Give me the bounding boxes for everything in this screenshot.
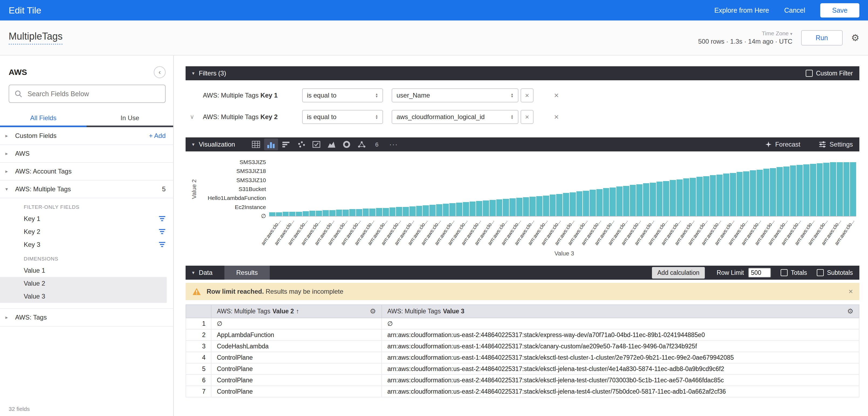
sort-ascending-icon[interactable]: ↑ bbox=[296, 308, 299, 315]
forecast-button[interactable]: Forecast bbox=[765, 141, 800, 148]
scroll-chevron-icon[interactable]: ∨ bbox=[190, 113, 203, 120]
filter-operator-select[interactable]: is equal to ▲▼ bbox=[302, 110, 383, 124]
fields-sidebar: AWS ‹ All Fields In Use ▸ Custom Fields … bbox=[0, 56, 174, 416]
group-aws-tags[interactable]: ▸ AWS: Tags bbox=[0, 309, 173, 326]
chart-bar bbox=[797, 165, 803, 216]
column-header-value-2[interactable]: AWS: Multiple Tags Value 2 ↑ ⚙ bbox=[211, 305, 382, 318]
chart-bar bbox=[356, 209, 362, 216]
chart-bar bbox=[536, 196, 542, 216]
warning-icon bbox=[192, 287, 201, 296]
timezone-selector[interactable]: Time Zone ▾ bbox=[698, 30, 792, 37]
tab-results[interactable]: Results bbox=[224, 266, 270, 280]
filter-operator-select[interactable]: is equal to ▲▼ bbox=[302, 89, 383, 102]
collapse-caret-icon[interactable]: ▾ bbox=[192, 70, 194, 76]
viz-type-scatter-icon[interactable] bbox=[294, 138, 308, 150]
subtotals-checkbox[interactable] bbox=[817, 269, 824, 276]
viz-type-donut-icon[interactable] bbox=[340, 138, 353, 150]
filters-panel: ▾ Filters (3) Custom Filter AWS: Multipl… bbox=[186, 66, 859, 133]
column-header-value-3[interactable]: AWS: Multiple Tags Value 3 ⚙ bbox=[382, 305, 859, 318]
custom-filter-checkbox[interactable] bbox=[806, 70, 813, 77]
y-tick-label: S31Bucket bbox=[239, 186, 266, 193]
subtotals-toggle[interactable]: Subtotals bbox=[817, 269, 853, 276]
custom-filter-toggle[interactable]: Custom Filter bbox=[806, 70, 853, 77]
group-label: AWS bbox=[15, 150, 30, 158]
column-gear-icon[interactable]: ⚙ bbox=[847, 307, 854, 315]
search-icon bbox=[14, 90, 22, 98]
row-limit-input[interactable] bbox=[748, 268, 771, 278]
field-value-1[interactable]: Value 1 bbox=[0, 264, 173, 277]
save-button[interactable]: Save bbox=[820, 3, 859, 18]
field-value-2[interactable]: Value 2 bbox=[0, 277, 167, 290]
search-input[interactable] bbox=[26, 90, 160, 98]
field-search-box[interactable] bbox=[9, 84, 166, 103]
viz-type-bar-chart-icon[interactable] bbox=[264, 138, 278, 150]
totals-toggle[interactable]: Totals bbox=[781, 269, 807, 276]
query-settings-gear-icon[interactable]: ⚙ bbox=[851, 32, 859, 43]
viz-type-area-chart-icon[interactable] bbox=[324, 138, 339, 150]
filter-field-label: AWS: Multiple Tags Key 1 bbox=[203, 92, 302, 99]
chart-bar bbox=[369, 209, 375, 216]
totals-checkbox[interactable] bbox=[781, 269, 787, 276]
viz-more-options-icon[interactable]: ··· bbox=[389, 140, 398, 149]
chart-bar bbox=[770, 168, 776, 216]
table-row[interactable]: 6ControlPlanearn:aws:cloudformation:us-e… bbox=[186, 375, 859, 386]
add-calculation-button[interactable]: Add calculation bbox=[652, 267, 705, 279]
table-row[interactable]: 4ControlPlanearn:aws:cloudformation:us-e… bbox=[186, 352, 859, 363]
viz-type-network-icon[interactable] bbox=[355, 138, 369, 150]
tab-in-use[interactable]: In Use bbox=[87, 109, 173, 127]
chart-bar bbox=[777, 167, 783, 216]
dismiss-warning-button[interactable]: × bbox=[848, 287, 853, 296]
column-gear-icon[interactable]: ⚙ bbox=[370, 307, 376, 315]
select-arrows-icon: ▲▼ bbox=[375, 93, 378, 98]
remove-filter-button[interactable]: × bbox=[554, 91, 559, 100]
table-row[interactable]: 7ControlPlanearn:aws:cloudformation:us-e… bbox=[186, 386, 859, 397]
query-meta: Time Zone ▾ 500 rows · 1.3s · 14m ago · … bbox=[698, 30, 792, 45]
explore-from-here-button[interactable]: Explore from Here bbox=[714, 6, 769, 14]
chart-bar bbox=[336, 210, 342, 216]
tab-all-fields[interactable]: All Fields bbox=[0, 109, 87, 127]
group-aws-multiple-tags[interactable]: ▾ AWS: Multiple Tags 5 bbox=[0, 180, 173, 198]
clear-filter-value-button[interactable]: × bbox=[521, 89, 533, 102]
filter-value-select[interactable]: aws_cloudformation_logical_id ▲▼ bbox=[392, 110, 519, 124]
viz-type-box-icon[interactable] bbox=[309, 138, 323, 150]
filter-icon[interactable] bbox=[159, 242, 166, 247]
chart-bar bbox=[309, 211, 316, 216]
chart-bar bbox=[329, 210, 336, 216]
table-row[interactable]: 5ControlPlanearn:aws:cloudformation:us-e… bbox=[186, 363, 859, 375]
group-aws-account-tags[interactable]: ▸ AWS: Account Tags bbox=[0, 163, 173, 180]
filter-icon[interactable] bbox=[159, 229, 166, 234]
custom-fields-row[interactable]: ▸ Custom Fields + Add bbox=[0, 127, 173, 145]
chart-bar bbox=[817, 163, 823, 216]
x-tick-label: arn:aws:clo... bbox=[843, 217, 856, 250]
collapse-caret-icon[interactable]: ▾ bbox=[192, 141, 194, 147]
chart-bar bbox=[490, 200, 496, 216]
viz-settings-button[interactable]: Settings bbox=[819, 141, 853, 148]
viz-type-single-value-icon[interactable]: 6 bbox=[370, 138, 384, 150]
main-area: ▾ Filters (3) Custom Filter AWS: Multipl… bbox=[174, 56, 868, 416]
field-value-3[interactable]: Value 3 bbox=[0, 290, 167, 303]
viz-type-row-chart-icon[interactable] bbox=[279, 138, 293, 150]
field-key-1[interactable]: Key 1 bbox=[0, 212, 173, 225]
filter-icon[interactable] bbox=[159, 216, 166, 221]
remove-filter-button[interactable]: × bbox=[554, 112, 559, 122]
collapse-caret-icon[interactable]: ▾ bbox=[192, 270, 194, 276]
table-row[interactable]: 1∅∅ bbox=[186, 318, 859, 329]
cancel-button[interactable]: Cancel bbox=[784, 6, 805, 14]
sidebar-collapse-button[interactable]: ‹ bbox=[154, 66, 166, 78]
clear-filter-value-button[interactable]: × bbox=[521, 110, 533, 124]
select-arrows-icon: ▲▼ bbox=[375, 114, 378, 119]
chart-bar bbox=[343, 210, 349, 216]
run-button[interactable]: Run bbox=[801, 30, 843, 45]
viz-type-table-icon[interactable] bbox=[249, 138, 263, 150]
table-row[interactable]: 3CodeHashLambdaarn:aws:cloudformation:us… bbox=[186, 341, 859, 352]
chart-bar bbox=[303, 211, 309, 216]
query-title[interactable]: MultipleTags bbox=[9, 31, 63, 45]
field-key-3[interactable]: Key 3 bbox=[0, 238, 173, 251]
table-row[interactable]: 2AppLambdaFunctionarn:aws:cloudformation… bbox=[186, 329, 859, 341]
field-key-2[interactable]: Key 2 bbox=[0, 225, 173, 238]
chart-bar bbox=[416, 206, 423, 216]
filter-value-select[interactable]: user_Name ▲▼ bbox=[392, 89, 519, 102]
y-tick-label: ∅ bbox=[261, 213, 266, 219]
add-custom-field-button[interactable]: + Add bbox=[149, 132, 166, 140]
group-aws[interactable]: ▸ AWS bbox=[0, 145, 173, 163]
